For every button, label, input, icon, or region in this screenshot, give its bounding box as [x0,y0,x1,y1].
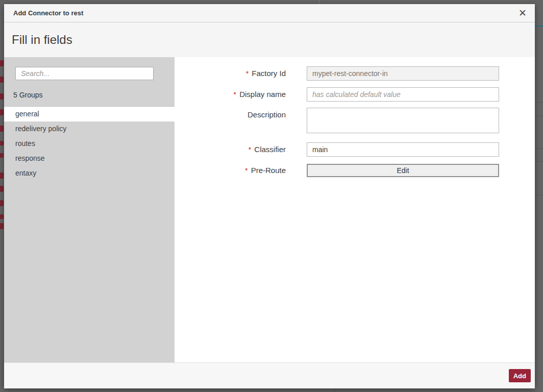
add-connector-dialog: Add Connector to rest ✕ Fill in fields 5… [4,4,535,388]
background-red-icon [0,77,4,83]
required-marker: * [248,145,251,154]
factory-id-field [307,66,499,81]
background-red-icon [0,173,4,179]
required-marker: * [245,166,248,175]
background-red-icon [0,214,4,219]
background-fragment [535,102,543,103]
classifier-label: *Classifier [175,142,286,157]
group-list: general redelivery policy routes respons… [4,106,175,181]
dialog-content: 5 Groups general redelivery policy route… [4,57,535,362]
sidebar-item-entaxy[interactable]: entaxy [4,166,175,181]
dialog-heading-bar: Fill in fields [4,22,535,57]
background-red-icon [0,200,4,206]
classifier-field[interactable] [307,142,499,157]
add-button[interactable]: Add [509,369,531,382]
background-fragment [535,148,543,149]
sidebar-item-response[interactable]: response [4,151,175,166]
background-red-icon [0,126,4,132]
page-title: Fill in fields [12,33,72,47]
groups-count-label: 5 Groups [4,91,175,99]
background-red-icon [0,223,4,229]
required-marker: * [233,90,236,99]
sidebar-item-general[interactable]: general [4,107,175,121]
background-fragment [535,116,543,116]
background-red-icon [0,109,4,115]
form-row-pre-route: *Pre-Route Edit [175,164,535,177]
required-marker: * [245,69,249,78]
search-input[interactable] [15,67,154,80]
sidebar-item-routes[interactable]: routes [4,136,175,151]
form-row-display-name: *Display name [175,87,535,102]
dialog-footer: Add [4,362,535,388]
form-row-classifier: *Classifier [175,142,535,157]
form-row-description: Description [175,108,535,135]
display-name-label: *Display name [175,87,286,102]
dialog-title: Add Connector to rest [13,9,83,17]
background-divider [334,388,335,392]
background-red-icon [0,153,4,158]
background-red-icon [0,186,4,192]
sidebar-item-redelivery-policy[interactable]: redelivery policy [4,121,175,136]
close-icon[interactable]: ✕ [515,6,530,20]
description-label: Description [175,108,286,135]
background-divider [319,0,319,4]
description-field[interactable] [307,108,499,133]
background-fragment [535,195,543,195]
background-red-icon [0,93,4,100]
factory-id-label: *Factory Id [175,66,286,81]
form-panel: *Factory Id *Display name Description [175,57,535,362]
pre-route-edit-button[interactable]: Edit [307,164,499,177]
background-fragment [535,26,543,27]
groups-sidebar: 5 Groups general redelivery policy route… [4,57,175,362]
dialog-titlebar: Add Connector to rest ✕ [4,4,535,22]
background-red-icon [0,141,4,145]
display-name-field[interactable] [307,87,499,102]
background-red-icon [0,60,4,66]
form-row-factory-id: *Factory Id [175,66,535,81]
background-fragment [535,161,543,162]
pre-route-label: *Pre-Route [175,164,286,177]
